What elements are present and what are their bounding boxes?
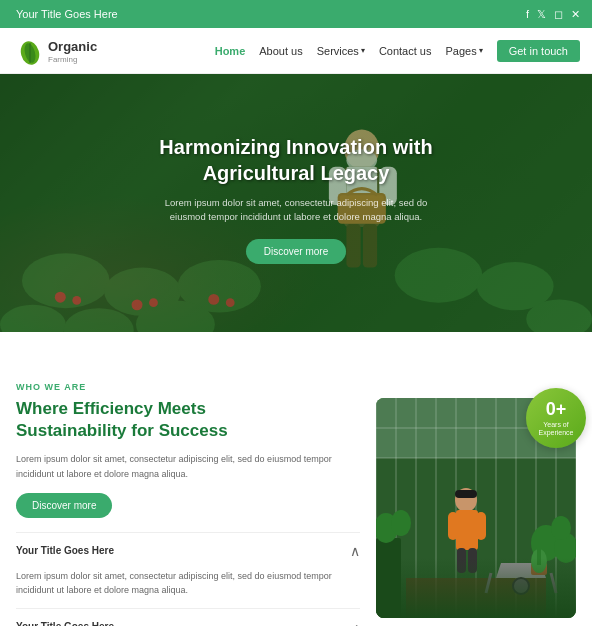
who-discover-button[interactable]: Discover more <box>16 493 112 518</box>
twitter-icon[interactable]: 𝕏 <box>537 8 546 21</box>
who-right: 0+ Years of Experience <box>376 398 576 626</box>
hero-title: Harmonizing Innovation with Agricultural… <box>0 134 592 186</box>
logo-leaf-icon <box>16 37 44 65</box>
logo-sub: Farming <box>48 55 97 64</box>
svg-point-49 <box>551 516 571 540</box>
badge-label: Years of Experience <box>526 421 586 438</box>
svg-point-46 <box>391 510 411 536</box>
who-content: Where Efficiency Meets Sustainability fo… <box>16 398 576 626</box>
instagram-icon[interactable]: ◻ <box>554 8 563 21</box>
nav-home[interactable]: Home <box>215 45 246 57</box>
accordion-item-2: Your Title Goes Here › <box>16 609 360 626</box>
wave-svg <box>0 312 592 352</box>
accordion-item-1: Your Title Goes Here ∧ Lorem ipsum dolor… <box>16 533 360 609</box>
hero-discover-button[interactable]: Discover more <box>246 239 346 264</box>
plant-row <box>376 558 576 618</box>
hero-content: Harmonizing Innovation with Agricultural… <box>0 74 592 264</box>
who-description: Lorem ipsum dolor sit amet, consectetur … <box>16 452 360 481</box>
who-left: Where Efficiency Meets Sustainability fo… <box>16 398 360 626</box>
svg-rect-54 <box>448 512 458 540</box>
badge-number: 0+ <box>546 399 567 420</box>
logo-text-area: Organic Farming <box>48 37 97 64</box>
hero-description: Lorem ipsum dolor sit amet, consectetur … <box>156 196 436 225</box>
logo-name: Organic <box>48 39 97 54</box>
who-section: WHO WE ARE Where Efficiency Meets Sustai… <box>0 362 592 626</box>
nav-pages[interactable]: Pages ▾ <box>445 45 482 57</box>
chevron-right-icon-1: › <box>355 619 360 626</box>
nav-services[interactable]: Services ▾ <box>317 45 365 57</box>
svg-point-16 <box>149 298 158 307</box>
chevron-down-icon-pages: ▾ <box>479 46 483 55</box>
x-icon[interactable]: ✕ <box>571 8 580 21</box>
chevron-down-icon: ▾ <box>361 46 365 55</box>
experience-badge: 0+ Years of Experience <box>526 388 586 448</box>
chevron-up-icon: ∧ <box>350 543 360 559</box>
svg-rect-53 <box>456 510 478 550</box>
top-bar-title: Your Title Goes Here <box>16 8 118 20</box>
top-bar: Your Title Goes Here f 𝕏 ◻ ✕ <box>0 0 592 28</box>
accordion-header-2[interactable]: Your Title Goes Here › <box>16 609 360 626</box>
svg-rect-55 <box>476 512 486 540</box>
nav-about[interactable]: About us <box>259 45 302 57</box>
svg-point-14 <box>72 296 81 305</box>
svg-point-18 <box>226 298 235 307</box>
hero-section: Harmonizing Innovation with Agricultural… <box>0 74 592 334</box>
navbar: Organic Farming Home About us Services ▾… <box>0 28 592 74</box>
accordion-header-1[interactable]: Your Title Goes Here ∧ <box>16 533 360 569</box>
svg-rect-52 <box>455 490 477 498</box>
nav-contact[interactable]: Contact us <box>379 45 432 57</box>
accordion-body-1: Lorem ipsum dolor sit amet, consectetur … <box>16 569 360 608</box>
cta-button[interactable]: Get in touch <box>497 40 580 62</box>
top-bar-social: f 𝕏 ◻ ✕ <box>526 8 580 21</box>
accordion-title-1: Your Title Goes Here <box>16 545 114 556</box>
svg-point-13 <box>55 292 66 303</box>
who-label: WHO WE ARE <box>16 382 576 392</box>
svg-point-15 <box>132 299 143 310</box>
who-title: Where Efficiency Meets Sustainability fo… <box>16 398 360 442</box>
facebook-icon[interactable]: f <box>526 8 529 20</box>
accordion: Your Title Goes Here ∧ Lorem ipsum dolor… <box>16 532 360 626</box>
svg-point-17 <box>208 294 219 305</box>
nav-links: Home About us Services ▾ Contact us Page… <box>215 40 580 62</box>
logo: Organic Farming <box>16 37 97 65</box>
accordion-title-2: Your Title Goes Here <box>16 621 114 626</box>
wave-separator <box>0 332 592 362</box>
